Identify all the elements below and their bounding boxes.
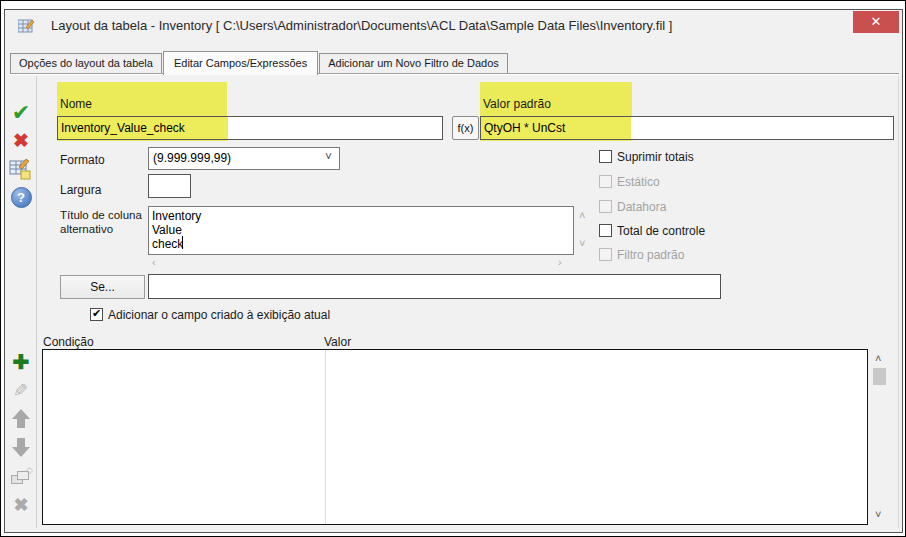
formato-dropdown[interactable]: (9.999.999,99) ˅ (148, 147, 340, 170)
scrollbar-thumb[interactable] (873, 368, 886, 385)
table-layout-dialog: Layout da tabela - Inventory [ C:\Users\… (4, 9, 903, 533)
move-down-button[interactable] (8, 438, 34, 457)
nome-input[interactable] (57, 116, 443, 140)
pencil-icon: ✎ (13, 382, 28, 400)
scrollbar-down-icon[interactable]: ˅ (875, 508, 881, 520)
checkbox-box (599, 224, 612, 237)
discard-entry-button[interactable]: ✖ (8, 131, 34, 151)
checkbox-box (599, 175, 612, 188)
valor-column-header: Valor (324, 335, 351, 349)
help-icon: ? (11, 187, 32, 208)
checkbox-box: ✔ (90, 308, 103, 321)
formato-label: Formato (60, 153, 105, 167)
checkbox-box (599, 248, 612, 261)
titulo-coluna-label: Título de coluna alternativo (60, 208, 150, 236)
tab-table-layout-options[interactable]: Opções do layout da tabela (10, 53, 162, 73)
nome-label: Nome (60, 97, 92, 111)
formato-selected-value: (9.999.999,99) (153, 151, 231, 165)
edit-condition-button[interactable]: ✎ (8, 382, 34, 401)
scroll-up-icon[interactable]: ˄ (579, 210, 585, 221)
up-arrow-icon (12, 409, 30, 428)
move-up-button[interactable] (8, 409, 34, 428)
chevron-down-icon: ˅ (325, 150, 332, 164)
minimize-button[interactable] (799, 14, 825, 38)
se-condition-input[interactable] (148, 274, 721, 299)
fx-expression-button[interactable]: f(x) (452, 116, 479, 140)
checkbox-box (599, 150, 612, 163)
edit-table-layout-button[interactable] (8, 158, 34, 184)
tab-add-data-filter[interactable]: Adicionar um Novo Filtro de Dados (319, 53, 508, 73)
scroll-left-icon[interactable]: ‹ (152, 257, 156, 268)
tab-separator-highlight (10, 74, 899, 75)
checkmark-icon: ✔ (92, 307, 101, 320)
scroll-right-icon[interactable]: › (558, 257, 562, 268)
toolbar-separator-line (36, 76, 37, 528)
duplicate-icon: ◇ (11, 469, 31, 485)
checkbox-box (599, 200, 612, 213)
scroll-down-icon[interactable]: ˅ (579, 238, 585, 249)
largura-label: Largura (60, 183, 101, 197)
delete-condition-button[interactable]: ✖ (8, 496, 34, 515)
scrollbar-up-icon[interactable]: ˄ (875, 352, 881, 364)
titulo-coluna-textarea[interactable]: Inventory Value check (148, 206, 574, 255)
column-divider (325, 350, 326, 524)
checkbox-label: Estático (617, 175, 660, 189)
maximize-button[interactable] (827, 14, 853, 38)
condicao-column-header: Condição (43, 335, 94, 349)
down-arrow-icon (12, 438, 30, 457)
accept-entry-button[interactable]: ✔ (8, 102, 34, 124)
window-title: Layout da tabela - Inventory [ C:\Users\… (51, 10, 672, 41)
se-condition-button[interactable]: Se... (60, 275, 145, 299)
text-caret (182, 236, 183, 249)
valor-padrao-label: Valor padrão (483, 97, 551, 111)
checkbox-label: Datahora (617, 200, 666, 214)
plus-icon: ✚ (13, 351, 30, 373)
red-x-icon: ✖ (13, 130, 29, 151)
condition-list[interactable] (42, 349, 868, 525)
green-check-icon: ✔ (12, 100, 30, 125)
checkbox-label: Adicionar o campo criado à exibição atua… (108, 308, 330, 322)
close-icon: ✕ (871, 14, 882, 29)
checkbox-label: Total de controle (617, 224, 705, 238)
checkbox-label: Filtro padrão (617, 248, 684, 262)
condition-list-scrollbar[interactable]: ˄ ˅ (872, 352, 888, 520)
title-bar: Layout da tabela - Inventory [ C:\Users\… (5, 10, 902, 42)
tab-edit-fields-expressions[interactable]: Editar Campos/Expressões (163, 51, 318, 75)
table-edit-icon (9, 158, 33, 180)
close-button[interactable]: ✕ (853, 11, 899, 33)
help-button[interactable]: ? (8, 187, 34, 208)
screenshot-frame: Layout da tabela - Inventory [ C:\Users\… (0, 0, 906, 537)
add-condition-button[interactable]: ✚ (8, 352, 34, 373)
table-edit-window-icon (18, 18, 36, 34)
gray-x-icon: ✖ (13, 495, 28, 515)
valor-padrao-input[interactable] (480, 116, 894, 140)
right-edge-line (898, 76, 899, 528)
duplicate-condition-button[interactable]: ◇ (8, 469, 34, 485)
tab-strip: Opções do layout da tabela Editar Campos… (10, 48, 509, 73)
largura-input[interactable] (148, 174, 191, 198)
checkbox-label: Suprimir totais (617, 150, 694, 164)
